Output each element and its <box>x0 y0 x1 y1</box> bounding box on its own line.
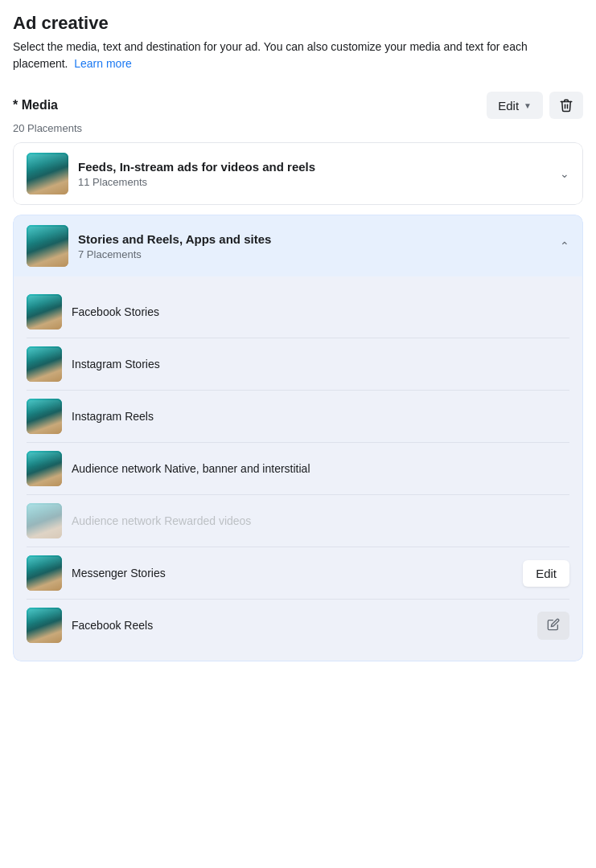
page-title: Ad creative <box>13 13 583 34</box>
ig-reels-name: Instagram Reels <box>72 410 569 423</box>
fb-stories-name: Facebook Stories <box>72 305 569 318</box>
placement-item-messenger-stories: Messenger Stories Edit <box>27 547 569 600</box>
stories-group-name: Stories and Reels, Apps and sites <box>78 232 553 246</box>
learn-more-link[interactable]: Learn more <box>74 57 132 70</box>
placement-item-fb-reels: Facebook Reels <box>27 600 569 651</box>
fb-reels-thumbnail <box>27 608 62 643</box>
audience-rewarded-name: Audience network Rewarded videos <box>72 514 569 527</box>
messenger-stories-name: Messenger Stories <box>72 567 523 579</box>
page-container: Ad creative Select the media, text and d… <box>13 13 583 661</box>
placement-item-audience-native: Audience network Native, banner and inte… <box>27 443 569 495</box>
trash-icon <box>559 98 573 113</box>
media-header-actions: Edit ▼ <box>487 92 583 119</box>
total-placements-count: 20 Placements <box>13 122 583 134</box>
media-section: * Media Edit ▼ 20 Placements <box>13 92 583 661</box>
fb-reels-edit-icon-button[interactable] <box>537 612 569 640</box>
page-header: Ad creative Select the media, text and d… <box>13 13 583 72</box>
audience-native-name: Audience network Native, banner and inte… <box>72 462 569 475</box>
chevron-down-icon: ▼ <box>524 101 532 110</box>
placement-group-stories-reels: Stories and Reels, Apps and sites 7 Plac… <box>13 215 583 661</box>
stories-items-container: Facebook Stories Instagram Stories Insta… <box>13 276 583 661</box>
ig-stories-name: Instagram Stories <box>72 358 569 371</box>
feeds-group-thumbnail <box>27 153 68 194</box>
placement-group-feeds-header[interactable]: Feeds, In-stream ads for videos and reel… <box>13 142 583 205</box>
feeds-group-name: Feeds, In-stream ads for videos and reel… <box>78 160 553 174</box>
placement-item-fb-stories: Facebook Stories <box>27 286 569 338</box>
stories-chevron-up-icon: ⌃ <box>560 240 569 252</box>
page-description: Select the media, text and destination f… <box>13 39 583 72</box>
fb-stories-thumbnail <box>27 294 62 330</box>
messenger-stories-thumbnail <box>27 555 62 591</box>
placement-item-ig-reels: Instagram Reels <box>27 391 569 443</box>
placement-group-stories-header[interactable]: Stories and Reels, Apps and sites 7 Plac… <box>13 215 583 276</box>
fb-reels-name: Facebook Reels <box>72 619 537 632</box>
placement-item-audience-rewarded: Audience network Rewarded videos <box>27 495 569 547</box>
messenger-stories-edit-button[interactable]: Edit <box>523 560 569 587</box>
feeds-chevron-down-icon: ⌄ <box>560 167 569 180</box>
stories-group-info: Stories and Reels, Apps and sites 7 Plac… <box>78 232 553 260</box>
ig-reels-thumbnail <box>27 399 62 434</box>
stories-group-thumbnail <box>27 225 68 267</box>
media-header: * Media Edit ▼ <box>13 92 583 119</box>
edit-button-label: Edit <box>498 99 519 113</box>
edit-dropdown-button[interactable]: Edit ▼ <box>487 92 543 119</box>
stories-group-count: 7 Placements <box>78 248 553 260</box>
audience-rewarded-thumbnail <box>27 503 62 538</box>
ig-stories-thumbnail <box>27 346 62 382</box>
placement-item-ig-stories: Instagram Stories <box>27 338 569 391</box>
audience-native-thumbnail <box>27 451 62 486</box>
pencil-icon <box>547 618 560 631</box>
placement-group-feeds: Feeds, In-stream ads for videos and reel… <box>13 142 583 205</box>
delete-button[interactable] <box>549 92 583 119</box>
feeds-group-count: 11 Placements <box>78 176 553 188</box>
media-title: * Media <box>13 98 58 113</box>
feeds-group-info: Feeds, In-stream ads for videos and reel… <box>78 160 553 188</box>
